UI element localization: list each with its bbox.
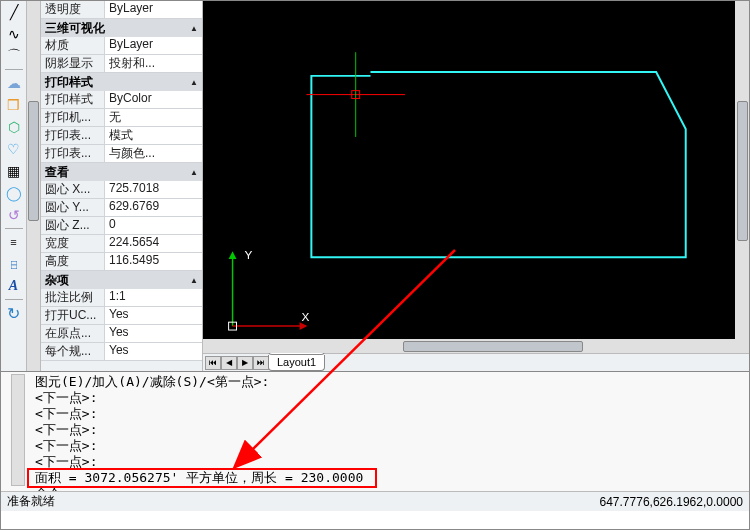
prop-value[interactable]: 无 (105, 109, 202, 126)
prop-value[interactable]: 1:1 (105, 289, 202, 306)
prop-key: 每个规... (41, 343, 105, 360)
prop-key: 打印样式 (41, 91, 105, 108)
prop-value[interactable]: Yes (105, 343, 202, 360)
tool-cloud-icon[interactable]: ☁ (4, 74, 24, 92)
prop-key: 在原点... (41, 325, 105, 342)
tool-line-icon[interactable]: ╱ (4, 3, 24, 21)
status-coordinates: 647.7776,626.1962,0.0000 (600, 495, 743, 509)
prop-row[interactable]: 打印机...无 (41, 109, 202, 127)
drawing-svg: Y X (203, 1, 735, 336)
properties-scrollbar[interactable] (27, 1, 41, 371)
tool-text-icon[interactable]: A (4, 277, 24, 295)
prop-key: 打印表... (41, 127, 105, 144)
prop-key: 阴影显示 (41, 55, 105, 72)
tool-heart-icon[interactable]: ♡ (4, 140, 24, 158)
prop-row[interactable]: 打印表...模式 (41, 127, 202, 145)
prop-key: 透明度 (41, 1, 105, 18)
prop-key: 宽度 (41, 235, 105, 252)
status-bar: 准备就绪 647.7776,626.1962,0.0000 (1, 491, 749, 511)
tool-arc-icon[interactable]: ⌒ (4, 47, 24, 65)
crosshair-cursor-icon (306, 52, 405, 137)
prop-key: 批注比例 (41, 289, 105, 306)
prop-row[interactable]: 圆心 Z...0 (41, 217, 202, 235)
prop-key: 打开UC... (41, 307, 105, 324)
tool-swap-icon[interactable]: ↺ (4, 206, 24, 224)
prop-row[interactable]: 批注比例1:1 (41, 289, 202, 307)
prop-value[interactable]: ByColor (105, 91, 202, 108)
prop-value[interactable]: ByLayer (105, 1, 202, 18)
layout-tabs: ⏮ ◀ ▶ ⏭ ModelLayout1Layout2 (203, 353, 749, 371)
prop-row[interactable]: 宽度224.5654 (41, 235, 202, 253)
prop-value[interactable]: Yes (105, 325, 202, 342)
drawing-canvas[interactable]: Y X (203, 1, 749, 353)
prop-value[interactable]: 116.5495 (105, 253, 202, 270)
prop-key: 高度 (41, 253, 105, 270)
tool-equal-icon[interactable]: ≡ (4, 233, 24, 251)
tool-circle-icon[interactable]: ◯ (4, 184, 24, 202)
prop-section-header[interactable]: 杂项▲ (41, 271, 202, 289)
tool-curve-icon[interactable]: ∿ (4, 25, 24, 43)
prop-row[interactable]: 透明度ByLayer (41, 1, 202, 19)
tool-cube-icon[interactable]: ❒ (4, 96, 24, 114)
prop-key: 圆心 Y... (41, 199, 105, 216)
tab-nav-first-icon[interactable]: ⏮ (205, 356, 221, 370)
tool-idx-icon[interactable]: ⌸ (4, 255, 24, 273)
canvas-vertical-scrollbar[interactable] (737, 101, 748, 241)
prop-section-header[interactable]: 三维可视化▲ (41, 19, 202, 37)
command-scrollbar[interactable] (11, 374, 25, 486)
prop-row[interactable]: 材质ByLayer (41, 37, 202, 55)
prop-key: 打印表... (41, 145, 105, 162)
svg-marker-4 (229, 251, 237, 259)
svg-text:X: X (302, 310, 310, 324)
tab-layout1[interactable]: Layout1 (268, 355, 325, 371)
cmd-line: <下一点>: (35, 438, 745, 454)
prop-value[interactable]: 0 (105, 217, 202, 234)
drawing-shape (311, 72, 685, 257)
tab-nav-last-icon[interactable]: ⏭ (253, 356, 269, 370)
cmd-line: <下一点>: (35, 422, 745, 438)
cmd-line: <下一点>: (35, 406, 745, 422)
prop-row[interactable]: 圆心 Y...629.6769 (41, 199, 202, 217)
prop-value[interactable]: 与颜色... (105, 145, 202, 162)
prop-value[interactable]: Yes (105, 307, 202, 324)
prop-value[interactable]: 模式 (105, 127, 202, 144)
ucs-axes-icon: Y X (229, 248, 310, 330)
cmd-line: <下一点>: (35, 390, 745, 406)
prop-section-header[interactable]: 查看▲ (41, 163, 202, 181)
status-text: 准备就绪 (7, 493, 55, 510)
tab-nav-next-icon[interactable]: ▶ (237, 356, 253, 370)
prop-row[interactable]: 打印表...与颜色... (41, 145, 202, 163)
left-toolbar: ╱ ∿ ⌒ ☁ ❒ ⬡ ♡ ▦ ◯ ↺ ≡ ⌸ A ↻ (1, 1, 27, 371)
prop-value[interactable]: 725.7018 (105, 181, 202, 198)
prop-value[interactable]: 629.6769 (105, 199, 202, 216)
prop-row[interactable]: 每个规...Yes (41, 343, 202, 361)
prop-value[interactable]: 224.5654 (105, 235, 202, 252)
tool-hex-icon[interactable]: ⬡ (4, 118, 24, 136)
prop-value[interactable]: 投射和... (105, 55, 202, 72)
prop-section-header[interactable]: 打印样式▲ (41, 73, 202, 91)
properties-panel: 透明度ByLayer三维可视化▲材质ByLayer阴影显示投射和...打印样式▲… (27, 1, 203, 371)
prop-key: 圆心 Z... (41, 217, 105, 234)
result-highlight (27, 468, 377, 488)
prop-row[interactable]: 高度116.5495 (41, 253, 202, 271)
prop-row[interactable]: 打印样式ByColor (41, 91, 202, 109)
tool-hatch-icon[interactable]: ▦ (4, 162, 24, 180)
prop-row[interactable]: 打开UC...Yes (41, 307, 202, 325)
prop-row[interactable]: 在原点...Yes (41, 325, 202, 343)
prop-row[interactable]: 阴影显示投射和... (41, 55, 202, 73)
prop-value[interactable]: ByLayer (105, 37, 202, 54)
svg-text:Y: Y (244, 248, 252, 262)
prop-key: 打印机... (41, 109, 105, 126)
prop-row[interactable]: 圆心 X...725.7018 (41, 181, 202, 199)
command-panel[interactable]: 图元(E)/加入(A)/减除(S)/<第一点>:<下一点>:<下一点>:<下一点… (1, 371, 749, 491)
tool-refresh-icon[interactable]: ↻ (4, 304, 24, 322)
cmd-line: 图元(E)/加入(A)/减除(S)/<第一点>: (35, 374, 745, 390)
canvas-horizontal-scrollbar[interactable] (403, 341, 583, 352)
tab-nav-prev-icon[interactable]: ◀ (221, 356, 237, 370)
prop-key: 圆心 X... (41, 181, 105, 198)
prop-key: 材质 (41, 37, 105, 54)
